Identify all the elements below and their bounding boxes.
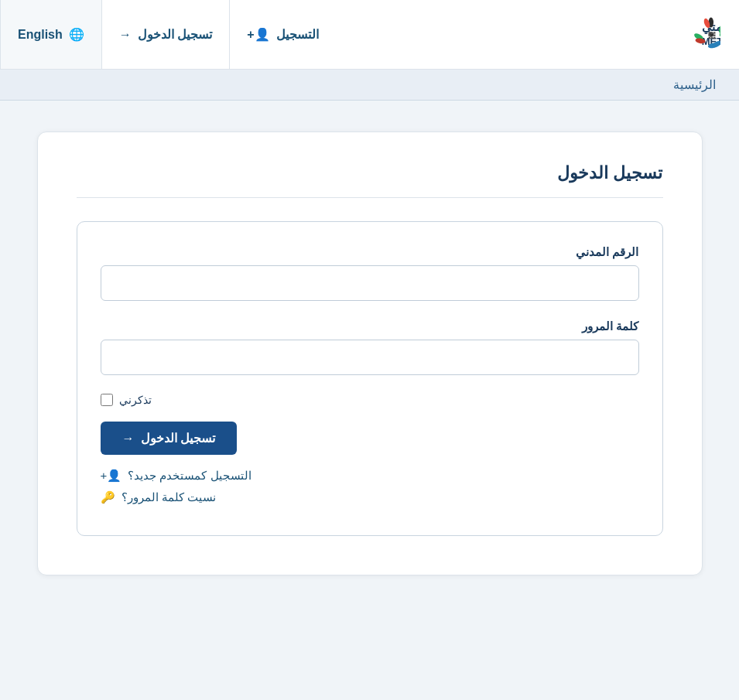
login-submit-button[interactable]: تسجيل الدخول → [101,422,237,455]
svg-rect-18 [711,37,713,39]
header: متي META [0,0,739,70]
remember-me-checkbox[interactable] [101,394,113,406]
password-input[interactable] [101,340,639,375]
form-inner-container: الرقم المدني كلمة المرور تذكرني تسجيل ال… [77,221,663,536]
civil-number-group: الرقم المدني [101,245,639,301]
remember-me-row: تذكرني [101,394,639,406]
login-form-title: تسجيل الدخول [77,163,663,183]
login-button-icon: → [122,432,135,446]
user-add-icon: 👤+ [247,27,269,42]
svg-rect-17 [709,37,710,39]
remember-me-label: تذكرني [119,394,152,406]
form-links: التسجيل كمستخدم جديد؟ 👤+ نسيت كلمة المرو… [101,469,639,504]
svg-rect-19 [713,37,715,39]
main-content: تسجيل الدخول الرقم المدني كلمة المرور تذ… [0,101,739,606]
logo-container: متي META [601,0,739,69]
key-icon: 🔑 [101,490,115,504]
meta-logo: متي META [620,9,720,60]
user-plus-icon: 👤+ [101,469,122,483]
header-login-link[interactable]: تسجيل الدخول → [101,0,229,69]
civil-number-label: الرقم المدني [101,245,639,259]
register-new-label: التسجيل كمستخدم جديد؟ [128,469,251,483]
breadcrumb: الرئيسية [0,70,739,101]
svg-rect-12 [711,32,713,33]
password-group: كلمة المرور [101,319,639,375]
svg-rect-16 [713,35,715,36]
login-arrow-icon: → [119,28,132,42]
language-label: English [18,28,63,42]
language-switcher[interactable]: 🌐 English [0,0,101,69]
globe-icon: 🌐 [69,27,84,42]
login-button-container: تسجيل الدخول → [101,422,639,455]
breadcrumb-label: الرئيسية [673,78,716,91]
svg-rect-11 [709,32,710,33]
svg-rect-15 [711,35,713,36]
forgot-password-link[interactable]: نسيت كلمة المرور؟ 🔑 [101,490,216,504]
login-button-label: تسجيل الدخول [141,431,215,446]
form-divider [77,197,663,198]
header-register-label: التسجيل [276,27,319,42]
header-nav: 🌐 English تسجيل الدخول → التسجيل 👤+ [0,0,336,69]
password-label: كلمة المرور [101,319,639,333]
register-new-user-link[interactable]: التسجيل كمستخدم جديد؟ 👤+ [101,469,251,483]
svg-rect-13 [713,32,715,33]
civil-number-input[interactable] [101,265,639,301]
forgot-password-label: نسيت كلمة المرور؟ [121,490,216,504]
header-login-label: تسجيل الدخول [138,27,212,42]
login-card: تسجيل الدخول الرقم المدني كلمة المرور تذ… [37,131,703,575]
header-register-link[interactable]: التسجيل 👤+ [229,0,335,69]
svg-rect-14 [709,35,710,36]
